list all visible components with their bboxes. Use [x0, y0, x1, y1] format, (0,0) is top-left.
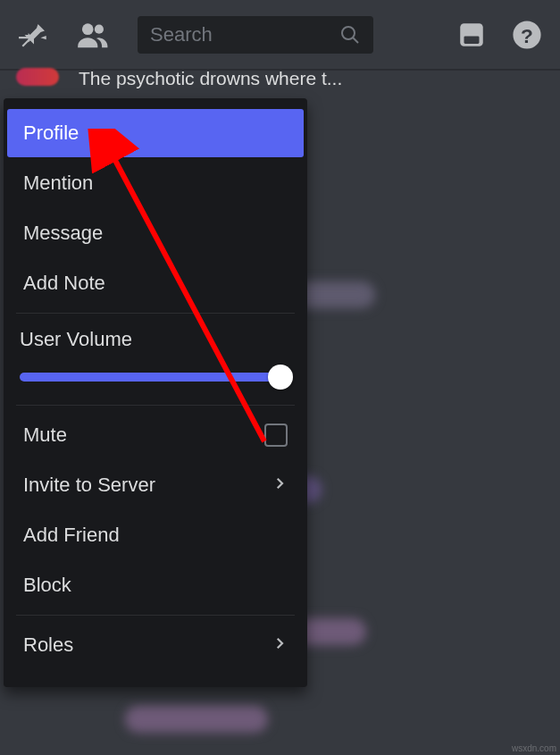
menu-divider [16, 405, 295, 406]
menu-user-volume: User Volume [4, 319, 307, 399]
menu-mention[interactable]: Mention [7, 159, 304, 207]
chevron-right-icon [272, 474, 288, 497]
svg-line-3 [353, 38, 358, 43]
user-context-menu: Profile Mention Message Add Note User Vo… [4, 98, 307, 687]
menu-add-note[interactable]: Add Note [7, 259, 304, 307]
help-icon[interactable]: ? [512, 20, 542, 50]
svg-point-0 [82, 23, 94, 35]
menu-profile[interactable]: Profile [7, 109, 304, 157]
inbox-icon[interactable] [456, 20, 487, 50]
menu-divider [16, 615, 295, 616]
search-input[interactable] [150, 23, 311, 46]
menu-add-friend[interactable]: Add Friend [7, 511, 304, 559]
top-bar: ? [0, 0, 560, 70]
user-volume-label: User Volume [20, 328, 291, 351]
top-bar-right: ? [456, 20, 542, 50]
volume-slider-handle[interactable] [268, 365, 293, 390]
avatar-decoration [16, 68, 59, 86]
people-icon[interactable] [75, 18, 109, 52]
svg-point-2 [342, 27, 355, 39]
menu-divider [16, 313, 295, 314]
search-icon [339, 24, 361, 46]
volume-slider[interactable] [20, 373, 291, 382]
menu-invite-to-server[interactable]: Invite to Server [7, 461, 304, 509]
search-box[interactable] [138, 16, 373, 54]
svg-text:?: ? [521, 23, 533, 46]
message-text: The psychotic drowns where t... [79, 68, 342, 89]
pin-icon[interactable] [18, 19, 50, 51]
top-bar-left [18, 18, 109, 52]
menu-block[interactable]: Block [7, 561, 304, 609]
chevron-right-icon [272, 633, 288, 657]
menu-mute[interactable]: Mute [7, 411, 304, 459]
mute-checkbox[interactable] [264, 424, 288, 447]
watermark: wsxdn.com [512, 743, 556, 753]
blurred-username [125, 706, 268, 733]
svg-point-1 [95, 24, 104, 33]
svg-rect-5 [464, 36, 480, 44]
menu-roles[interactable]: Roles [7, 621, 304, 669]
menu-message[interactable]: Message [7, 209, 304, 257]
